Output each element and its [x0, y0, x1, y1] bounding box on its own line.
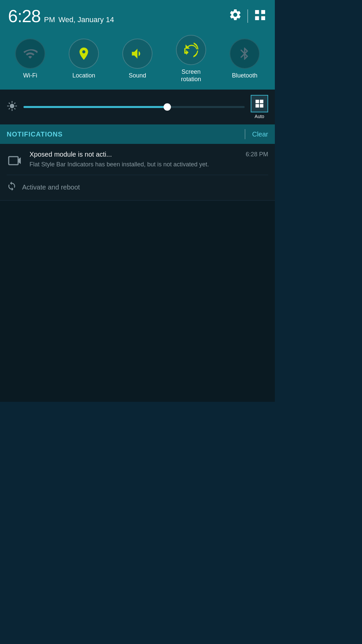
status-divider [247, 9, 248, 23]
svg-rect-4 [255, 100, 259, 104]
screen-rotation-toggle[interactable]: Screen rotation [176, 35, 206, 83]
time-section: 6:28 PM Wed, January 14 [8, 6, 114, 26]
svg-rect-7 [260, 104, 263, 108]
status-icons [229, 8, 267, 24]
grid-icon[interactable] [253, 8, 267, 24]
notification-title: Xposed module is not acti... [29, 151, 242, 158]
wifi-label: Wi-Fi [23, 72, 37, 79]
clock-ampm: PM [44, 15, 55, 24]
notifications-section-label: NOTIFICATIONS [7, 130, 238, 138]
svg-rect-5 [260, 100, 263, 104]
settings-icon[interactable] [229, 8, 242, 24]
screen-rotation-toggle-circle [176, 35, 206, 65]
wifi-toggle-circle [15, 39, 45, 69]
bluetooth-toggle[interactable]: Bluetooth [230, 39, 260, 79]
location-label: Location [72, 72, 95, 79]
brightness-slider[interactable] [23, 106, 245, 108]
location-toggle[interactable]: Location [69, 39, 99, 79]
activate-reboot-label: Activate and reboot [22, 183, 80, 191]
notification-body: Flat Style Bar Indicators has been insta… [29, 160, 268, 169]
notifications-header: NOTIFICATIONS Clear [0, 124, 275, 144]
svg-rect-6 [255, 104, 259, 108]
auto-brightness-section[interactable]: Auto [251, 95, 268, 119]
svg-rect-9 [10, 158, 12, 160]
sound-toggle-circle [122, 39, 153, 69]
empty-background [0, 201, 275, 402]
notification-app-icon [7, 152, 24, 169]
sound-label: Sound [129, 72, 146, 79]
sound-toggle[interactable]: Sound [122, 39, 153, 79]
reboot-icon [7, 181, 17, 194]
svg-rect-0 [255, 10, 259, 14]
svg-rect-2 [255, 16, 259, 20]
brightness-icon [7, 101, 17, 114]
notifications-header-divider [245, 129, 245, 139]
status-bar: 6:28 PM Wed, January 14 [0, 0, 275, 31]
clock-time: 6:28 [8, 6, 41, 26]
notification-title-row: Xposed module is not acti... 6:28 PM [29, 151, 268, 158]
brightness-thumb [164, 103, 171, 111]
bluetooth-label: Bluetooth [232, 72, 257, 79]
location-toggle-circle [69, 39, 99, 69]
auto-label: Auto [255, 114, 264, 119]
wifi-toggle[interactable]: Wi-Fi [15, 39, 45, 79]
brightness-fill [23, 106, 167, 108]
quick-toggles-panel: Wi-Fi Location Sound Screen rotation [0, 31, 275, 90]
notification-content: Xposed module is not acti... 6:28 PM Fla… [29, 151, 268, 169]
svg-rect-8 [9, 157, 18, 165]
svg-rect-1 [261, 10, 265, 14]
bluetooth-toggle-circle [230, 39, 260, 69]
brightness-bar: Auto [0, 90, 275, 124]
date-label: Wed, January 14 [58, 15, 114, 24]
notification-card: Xposed module is not acti... 6:28 PM Fla… [0, 144, 275, 201]
screen-rotation-label: Screen rotation [181, 68, 201, 83]
activate-reboot-action[interactable]: Activate and reboot [7, 175, 268, 200]
notification-time: 6:28 PM [246, 151, 268, 158]
svg-rect-3 [261, 16, 265, 20]
notification-top: Xposed module is not acti... 6:28 PM Fla… [7, 151, 268, 169]
auto-brightness-box [251, 95, 268, 112]
clear-notifications-button[interactable]: Clear [252, 130, 268, 138]
